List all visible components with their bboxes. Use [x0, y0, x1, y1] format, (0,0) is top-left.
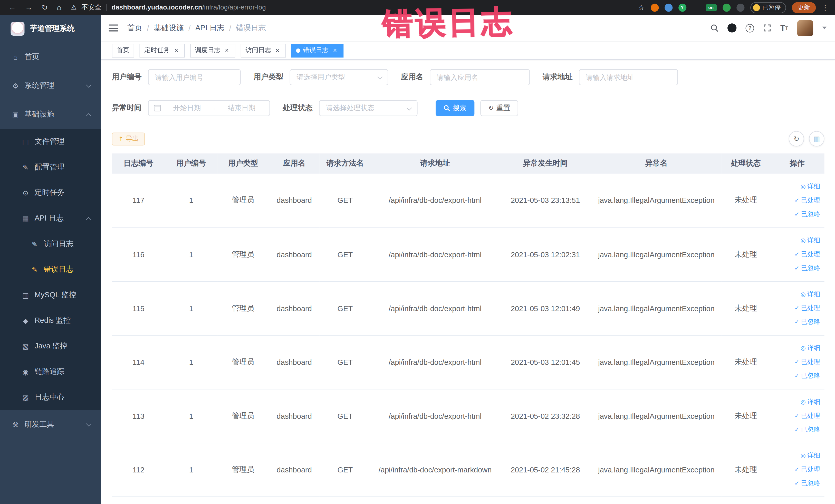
action-ignored-link[interactable]: ✓已忽略 [772, 207, 820, 221]
extension-icon[interactable] [664, 3, 672, 11]
action-ignored-link[interactable]: ✓已忽略 [772, 315, 820, 329]
browser-menu-icon[interactable]: ⋮ [822, 3, 829, 11]
avatar-dropdown-icon[interactable] [822, 27, 827, 29]
action-processed-link[interactable]: ✓已处理 [772, 247, 820, 261]
sidebar-item-label: 错误日志 [44, 265, 74, 274]
sidebar-item-infra[interactable]: ▣基础设施 [0, 100, 101, 129]
app-logo[interactable]: 芋道管理系统 [0, 15, 101, 43]
action-processed-link[interactable]: ✓已处理 [772, 409, 820, 423]
paused-badge[interactable]: 已暂停 [750, 2, 786, 13]
action-processed-link[interactable]: ✓已处理 [772, 355, 820, 369]
tags-view-tab[interactable]: 访问日志× [241, 43, 286, 57]
sidebar-item-trace[interactable]: ◉链路追踪 [0, 359, 101, 385]
sidebar-item-file[interactable]: ▤文件管理 [0, 129, 101, 155]
action-detail-link[interactable]: ◎详细 [772, 341, 820, 355]
cell-app: dashboard [269, 174, 320, 227]
extension-icon[interactable] [650, 3, 658, 11]
breadcrumb-item[interactable]: API 日志 [195, 23, 224, 33]
tab-close-icon[interactable]: × [273, 47, 281, 54]
sidebar-item-access-log[interactable]: ✎访问日志 [0, 231, 101, 257]
sidebar-item-devtools[interactable]: ⚒研发工具 [0, 410, 101, 439]
breadcrumb-item[interactable]: 首页 [127, 23, 142, 33]
help-icon[interactable]: ? [746, 24, 754, 32]
sidebar-item-home[interactable]: ⌂首页 [0, 43, 101, 72]
sidebar-item-system[interactable]: ⚙系统管理 [0, 72, 101, 100]
breadcrumb-item[interactable]: 基础设施 [154, 23, 184, 33]
table-header-cell: 用户类型 [217, 154, 269, 174]
date-range-picker[interactable]: 开始日期 - 结束日期 [148, 100, 270, 116]
calendar-icon [154, 105, 161, 112]
action-detail-link[interactable]: ◎详细 [772, 449, 820, 463]
table-header-cell: 日志编号 [112, 154, 165, 174]
check-icon: ✓ [794, 358, 799, 365]
table-refresh-button[interactable]: ↻ [789, 131, 804, 146]
cell-user_type: 管理员 [217, 443, 269, 497]
column-settings-button[interactable]: ▦ [809, 131, 824, 146]
tags-view-tab[interactable]: 定时任务× [140, 43, 185, 57]
table-toolbar: ↥ 导出 ↻ ▦ [112, 131, 824, 146]
action-ignored-link[interactable]: ✓已忽略 [772, 423, 820, 437]
bookmark-star-icon[interactable]: ☆ [638, 3, 645, 12]
action-ignored-link[interactable]: ✓已忽略 [772, 369, 820, 383]
user-avatar[interactable] [797, 20, 813, 36]
cell-user_id: 1 [165, 281, 217, 335]
extension-grid-icon[interactable] [692, 4, 699, 11]
sidebar-item-job[interactable]: ⊙定时任务 [0, 180, 101, 206]
tab-close-icon[interactable]: × [331, 47, 339, 54]
address-bar[interactable]: ⚠ 不安全 dashboard.yudao.iocoder.cn/infra/l… [71, 3, 638, 12]
content: 用户编号 用户类型 请选择用户类型 应用名 [101, 60, 835, 504]
mysql-icon: ▥ [21, 291, 30, 299]
sidebar-item-log-center[interactable]: ▨日志中心 [0, 385, 101, 410]
action-detail-link[interactable]: ◎详细 [772, 234, 820, 247]
sidebar-item-java[interactable]: ▧Java 监控 [0, 334, 101, 359]
app-name-input[interactable] [430, 69, 530, 85]
tags-view-tab-active[interactable]: 错误日志× [291, 43, 343, 57]
request-url-input[interactable] [579, 69, 678, 85]
browser-forward-icon[interactable]: → [25, 4, 33, 11]
user-id-input[interactable] [148, 69, 241, 85]
sidebar-item-api-log[interactable]: ▦API 日志 [0, 206, 101, 231]
action-detail-link[interactable]: ◎详细 [772, 180, 820, 194]
browser-home-icon[interactable]: ⌂ [57, 4, 61, 11]
cell-url: /api/infra/db-doc/export-html [371, 174, 500, 227]
search-button[interactable]: 搜索 [435, 100, 474, 116]
sidebar-item-mysql[interactable]: ▥MySQL 监控 [0, 282, 101, 308]
action-detail-link[interactable]: ◎详细 [772, 395, 820, 409]
cell-status: 未处理 [721, 174, 770, 227]
cell-app: dashboard [269, 335, 320, 389]
browser-back-icon[interactable]: ← [8, 4, 16, 11]
tab-close-icon[interactable]: × [172, 47, 180, 54]
sidebar-item-redis[interactable]: ◆Redis 监控 [0, 308, 101, 334]
cell-status: 未处理 [721, 281, 770, 335]
extension-icon[interactable]: Y [678, 3, 686, 11]
sidebar-collapse-icon[interactable] [108, 24, 118, 31]
action-processed-link[interactable]: ✓已处理 [772, 463, 820, 477]
action-processed-link[interactable]: ✓已处理 [772, 194, 820, 207]
action-processed-link[interactable]: ✓已处理 [772, 301, 820, 315]
action-detail-link[interactable]: ◎详细 [772, 287, 820, 301]
action-ignored-link[interactable]: ✓已忽略 [772, 261, 820, 275]
tags-view-tab[interactable]: 首页 [112, 43, 134, 57]
sidebar-item-config[interactable]: ✎配置管理 [0, 155, 101, 180]
check-icon: ✓ [794, 412, 799, 419]
extension-icon[interactable] [722, 3, 730, 11]
process-status-select[interactable]: 请选择处理状态 [319, 100, 418, 116]
search-icon[interactable] [711, 24, 718, 32]
reset-button[interactable]: ↻ 重置 [480, 100, 518, 116]
export-button[interactable]: ↥ 导出 [112, 133, 145, 145]
action-ignored-link[interactable]: ✓已忽略 [772, 477, 820, 490]
sidebar-item-error-log[interactable]: ✎错误日志 [0, 257, 101, 282]
browser-refresh-icon[interactable]: ↻ [42, 4, 48, 11]
action-label: 已忽略 [801, 318, 820, 327]
user-type-select[interactable]: 请选择用户类型 [290, 69, 388, 85]
tags-view-tab[interactable]: 调度日志× [190, 43, 236, 57]
extension-icon[interactable]: on [705, 4, 717, 11]
font-size-icon[interactable]: TT [780, 23, 788, 32]
right-panel: 首页/基础设施/API 日志/错误日志 ? TT [101, 15, 835, 504]
fullscreen-icon[interactable] [763, 24, 771, 32]
extension-icon[interactable] [736, 3, 744, 11]
tab-close-icon[interactable]: × [223, 47, 230, 54]
file-icon: ▤ [21, 138, 30, 146]
browser-update-button[interactable]: 更新 [792, 2, 816, 13]
github-icon[interactable] [728, 23, 737, 32]
